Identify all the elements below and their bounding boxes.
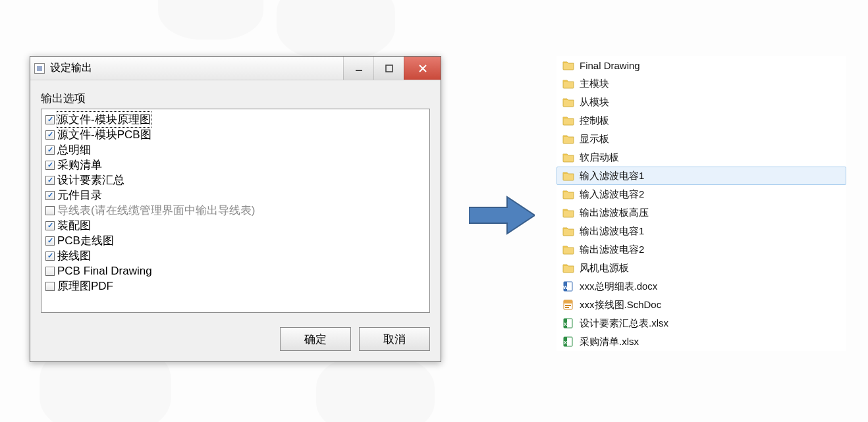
file-row[interactable]: xxx接线图.SchDoc [556,296,846,314]
file-row[interactable]: Final Drawing [556,56,846,74]
file-name: 输出滤波电容1 [580,225,644,238]
svg-rect-8 [565,305,571,306]
output-option-row[interactable]: 设计要素汇总 [45,172,425,188]
output-option-label: 采购清单 [57,157,102,172]
output-option-row[interactable]: 源文件-模块PCB图 [45,127,425,142]
maximize-button[interactable] [373,57,404,80]
output-option-row[interactable]: 装配图 [45,218,425,233]
folder-icon [562,97,574,107]
folder-icon [562,244,574,255]
output-option-label: 源文件-模块PCB图 [57,127,151,142]
xlsx-icon: X [562,318,574,329]
cancel-button[interactable]: 取消 [359,327,430,351]
arrow-icon [469,194,535,236]
file-name: 显示板 [580,133,609,145]
output-option-label: 装配图 [57,218,91,233]
svg-rect-9 [565,307,569,308]
checkbox-icon[interactable] [45,191,55,200]
output-options-listbox[interactable]: 源文件-模块原理图源文件-模块PCB图总明细采购清单设计要素汇总元件目录导线表(… [41,109,430,313]
output-option-label: 设计要素汇总 [57,172,124,188]
file-row[interactable]: X采购清单.xlsx [556,332,846,351]
file-name: xxx接线图.SchDoc [580,299,661,311]
output-option-row[interactable]: 采购清单 [45,157,425,172]
file-explorer-list[interactable]: Final Drawing主模块从模块控制板显示板软启动板输入滤波电容1输入滤波… [556,56,846,351]
folder-icon [562,78,574,89]
output-option-row: 导线表(请在线缆管理界面中输出导线表) [45,203,425,218]
file-row[interactable]: 从模块 [556,93,846,111]
file-name: 风机电源板 [580,262,629,275]
output-option-row[interactable]: 元件目录 [45,188,425,203]
checkbox-icon[interactable] [45,282,55,291]
checkbox-icon[interactable] [45,236,55,246]
output-settings-dialog: 设定输出 输出选项 源文件-模块原理图源文件-模块PCB图总明细采购清单设计要素… [30,56,441,362]
file-name: 采购清单.xlsx [580,336,639,348]
folder-icon [562,189,574,199]
file-row[interactable]: 软启动板 [556,148,846,167]
output-option-row[interactable]: 源文件-模块原理图 [45,112,425,127]
file-name: 主模块 [580,78,609,90]
output-option-row[interactable]: 原理图PDF [45,278,425,294]
folder-icon [562,152,574,163]
minimize-button[interactable] [343,57,373,80]
folder-icon [562,171,574,181]
svg-text:X: X [564,321,568,327]
folder-icon [562,226,574,236]
dialog-title: 设定输出 [50,61,92,75]
xlsx-icon: X [562,336,574,347]
svg-rect-1 [386,65,393,72]
output-option-label: 总明细 [57,142,91,157]
folder-icon [562,115,574,126]
output-option-label: 原理图PDF [57,278,113,294]
folder-icon [562,134,574,144]
checkbox-icon[interactable] [45,221,55,230]
file-row[interactable]: 风机电源板 [556,259,846,277]
file-row[interactable]: 控制板 [556,111,846,130]
file-row[interactable]: Wxxx总明细表.docx [556,277,846,296]
file-name: 输出滤波电容2 [580,244,644,256]
close-button[interactable] [404,57,441,80]
svg-text:W: W [563,284,568,290]
output-option-label: 接线图 [57,248,91,263]
file-name: 输入滤波电容1 [580,170,644,182]
file-row[interactable]: 输入滤波电容2 [556,185,846,203]
file-name: 输入滤波电容2 [580,188,644,201]
svg-rect-0 [356,70,362,71]
checkbox-icon[interactable] [45,267,55,276]
svg-text:X: X [564,340,568,346]
file-name: xxx总明细表.docx [580,280,657,293]
output-option-row[interactable]: PCB走线图 [45,233,425,248]
folder-icon [562,207,574,218]
output-option-label: PCB走线图 [57,233,114,248]
file-name: 软启动板 [580,151,619,164]
file-row[interactable]: 主模块 [556,74,846,93]
output-option-label: 导线表(请在线缆管理界面中输出导线表) [57,203,255,218]
file-row[interactable]: 显示板 [556,130,846,148]
checkbox-icon[interactable] [45,251,55,261]
checkbox-icon[interactable] [45,176,55,185]
file-row[interactable]: 输入滤波电容1 [556,167,846,185]
checkbox-icon[interactable] [45,130,55,140]
folder-icon [562,263,574,273]
file-name: 控制板 [580,115,609,127]
file-row[interactable]: 输出滤波电容2 [556,240,846,259]
output-option-row[interactable]: 总明细 [45,142,425,157]
output-option-label: 元件目录 [57,188,102,203]
svg-marker-2 [469,197,535,234]
file-name: 输出滤波板高压 [580,207,649,219]
output-option-row[interactable]: 接线图 [45,248,425,263]
checkbox-icon [45,206,55,215]
dialog-body: 输出选项 源文件-模块原理图源文件-模块PCB图总明细采购清单设计要素汇总元件目… [30,80,441,361]
output-option-row[interactable]: PCB Final Drawing [45,263,425,278]
dialog-titlebar[interactable]: 设定输出 [30,57,441,80]
app-icon [34,63,45,74]
docx-icon: W [562,281,574,292]
file-name: Final Drawing [580,60,640,71]
checkbox-icon[interactable] [45,161,55,170]
file-name: 设计要素汇总表.xlsx [580,317,668,330]
file-row[interactable]: 输出滤波电容1 [556,222,846,240]
file-row[interactable]: 输出滤波板高压 [556,203,846,222]
ok-button[interactable]: 确定 [280,327,351,351]
checkbox-icon[interactable] [45,145,55,155]
file-row[interactable]: X设计要素汇总表.xlsx [556,314,846,332]
checkbox-icon[interactable] [45,115,55,124]
